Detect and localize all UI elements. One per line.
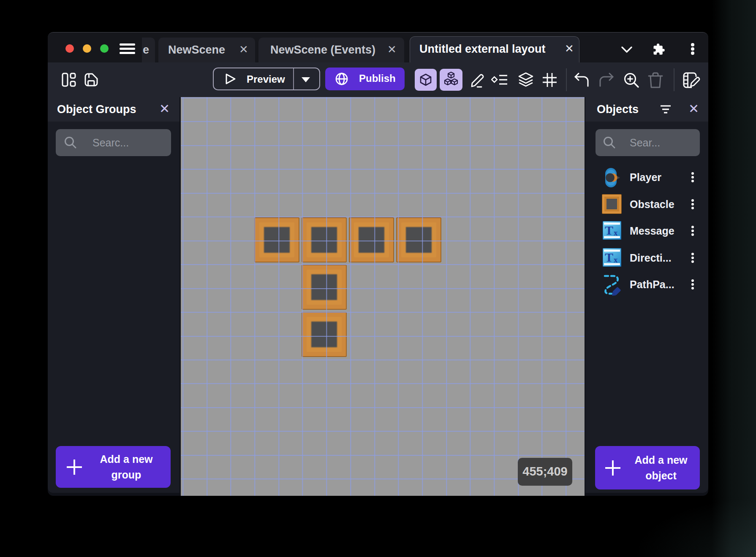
svg-text:x: x <box>614 255 618 264</box>
svg-text:x: x <box>614 228 618 237</box>
svg-text:T: T <box>605 250 613 264</box>
svg-text:T: T <box>605 223 613 237</box>
